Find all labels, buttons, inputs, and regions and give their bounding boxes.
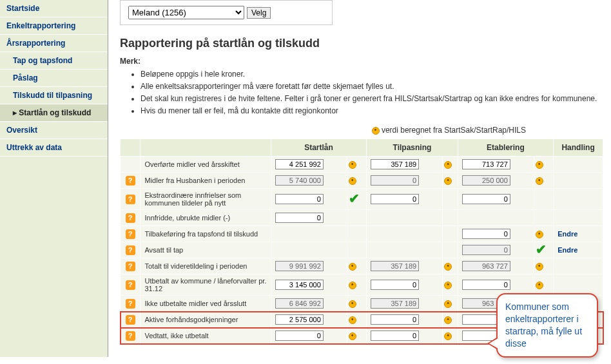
sidebar-item-7[interactable]: Oversikt xyxy=(0,122,108,139)
check-icon xyxy=(349,194,360,204)
note-list: Beløpene oppgis i hele kroner.Alle enkel… xyxy=(141,68,603,117)
row-label: Midler fra Husbanken i perioden xyxy=(141,173,271,189)
row-label: Ikke utbetalte midler ved årsslutt xyxy=(141,296,271,312)
calculated-icon xyxy=(444,282,452,289)
note-label: Merk: xyxy=(120,57,603,66)
amount-input[interactable] xyxy=(371,330,419,341)
table-header xyxy=(121,139,141,157)
sidebar-item-8[interactable]: Uttrekk av data xyxy=(0,139,108,157)
amount-input[interactable] xyxy=(462,194,510,204)
table-row: ?Tilbakeføring fra tapsfond til tilskudd… xyxy=(121,226,603,242)
calculated-icon xyxy=(444,300,452,308)
row-label: Overførte midler ved årsskiftet xyxy=(141,157,271,173)
action-link[interactable]: Endre xyxy=(554,242,603,258)
table-row: ?Utbetalt av kommune / låneforvalter pr.… xyxy=(121,274,603,296)
select-button[interactable]: Velg xyxy=(247,7,271,19)
help-icon[interactable]: ? xyxy=(126,262,135,271)
municipality-select[interactable]: Meland (1256) xyxy=(128,6,244,19)
amount-input[interactable] xyxy=(275,330,324,341)
page-title: Rapportering på startlån og tilskudd xyxy=(120,37,603,50)
amount-input[interactable] xyxy=(275,194,324,204)
calculated-icon xyxy=(444,177,452,185)
amount-input xyxy=(275,298,324,309)
amount-input[interactable] xyxy=(462,159,510,169)
calculated-icon xyxy=(444,161,452,169)
calculated-icon xyxy=(444,316,452,324)
amount-input[interactable] xyxy=(275,280,324,290)
amount-input[interactable] xyxy=(371,159,419,169)
help-icon[interactable]: ? xyxy=(126,331,135,341)
amount-input xyxy=(462,261,510,271)
municipality-selector-box: Meland (1256) Velg xyxy=(120,0,333,25)
row-label: Totalt til videretildeling i perioden xyxy=(141,258,271,274)
sidebar-item-1[interactable]: Enkeltrapportering xyxy=(0,17,108,35)
calculated-icon xyxy=(536,161,543,169)
amount-input[interactable] xyxy=(462,229,510,239)
calculated-icon xyxy=(349,316,356,324)
calculated-icon xyxy=(349,282,356,289)
sidebar-item-4[interactable]: Påslag xyxy=(0,70,108,87)
amount-input[interactable] xyxy=(275,159,324,169)
calculated-icon xyxy=(536,177,543,185)
sidebar-item-3[interactable]: Tap og tapsfond xyxy=(0,52,108,70)
calculated-icon xyxy=(536,282,543,289)
help-icon[interactable]: ? xyxy=(126,245,135,255)
calculated-icon xyxy=(536,263,543,271)
table-row: Overførte midler ved årsskiftet xyxy=(121,157,603,173)
action-link[interactable]: Endre xyxy=(554,226,603,242)
row-label: Ekstraordinære innfrielser som kommunen … xyxy=(141,189,271,210)
note-item: Hvis du mener tall er feil, må du kontak… xyxy=(141,105,603,117)
help-icon[interactable]: ? xyxy=(126,213,135,223)
calculated-icon xyxy=(349,161,356,169)
legend: verdi beregnet fra StartSak/StartRap/HIL… xyxy=(120,126,603,135)
amount-input xyxy=(371,175,419,186)
note-item: Det skal kun registreres i de hvite felt… xyxy=(141,93,603,104)
table-header: Startlån xyxy=(271,139,366,157)
calculated-icon xyxy=(349,332,356,340)
amount-input[interactable] xyxy=(371,280,419,290)
table-header: Handling xyxy=(554,139,603,157)
amount-input xyxy=(275,175,324,186)
note-item: Beløpene oppgis i hele kroner. xyxy=(141,68,603,80)
amount-input xyxy=(371,261,419,271)
sidebar-item-0[interactable]: Startside xyxy=(0,0,108,17)
table-header: Tilpasning xyxy=(367,139,458,157)
check-icon xyxy=(536,245,547,255)
row-label: Avsatt til tap xyxy=(141,242,271,258)
amount-input[interactable] xyxy=(275,314,324,325)
help-icon[interactable]: ? xyxy=(126,195,135,204)
calculated-icon xyxy=(349,300,356,308)
note-item: Alle enkeltsaksrapporteringer må være fo… xyxy=(141,81,603,92)
calculated-icon xyxy=(349,263,356,271)
sidebar-item-2[interactable]: Årsrapportering xyxy=(0,35,108,52)
amount-input[interactable] xyxy=(371,314,419,325)
amount-input xyxy=(371,298,419,309)
sidebar: StartsideEnkeltrapporteringÅrsrapporteri… xyxy=(0,0,108,357)
help-icon[interactable]: ? xyxy=(126,176,135,186)
row-label: Utbetalt av kommune / låneforvalter pr. … xyxy=(141,274,271,296)
sidebar-item-6[interactable]: Startlån og tilskudd xyxy=(0,104,108,122)
calculated-icon xyxy=(349,177,356,185)
row-label: Vedtatt, ikke utbetalt xyxy=(141,328,271,344)
table-header xyxy=(141,139,271,157)
help-icon[interactable]: ? xyxy=(126,315,135,325)
calculated-icon xyxy=(444,263,452,271)
calculated-icon xyxy=(536,231,543,238)
amount-input xyxy=(462,245,510,255)
row-label: Innfridde, ubrukte midler (-) xyxy=(141,210,271,226)
table-row: ?Ekstraordinære innfrielser som kommunen… xyxy=(121,189,603,210)
table-row: ?Totalt til videretildeling i perioden xyxy=(121,258,603,274)
help-icon[interactable]: ? xyxy=(126,299,135,309)
amount-input xyxy=(462,175,510,186)
amount-input[interactable] xyxy=(371,194,419,204)
sidebar-item-5[interactable]: Tilskudd til tilpasning xyxy=(0,87,108,104)
table-row: ?Midler fra Husbanken i perioden xyxy=(121,173,603,189)
help-icon[interactable]: ? xyxy=(126,280,135,290)
amount-input[interactable] xyxy=(275,213,324,223)
help-icon[interactable]: ? xyxy=(126,229,135,239)
table-row: ?Avsatt til tapEndre xyxy=(121,242,603,258)
calculated-icon xyxy=(444,332,452,340)
amount-input[interactable] xyxy=(462,280,510,290)
amount-input xyxy=(275,261,324,271)
calculated-icon xyxy=(372,127,380,135)
